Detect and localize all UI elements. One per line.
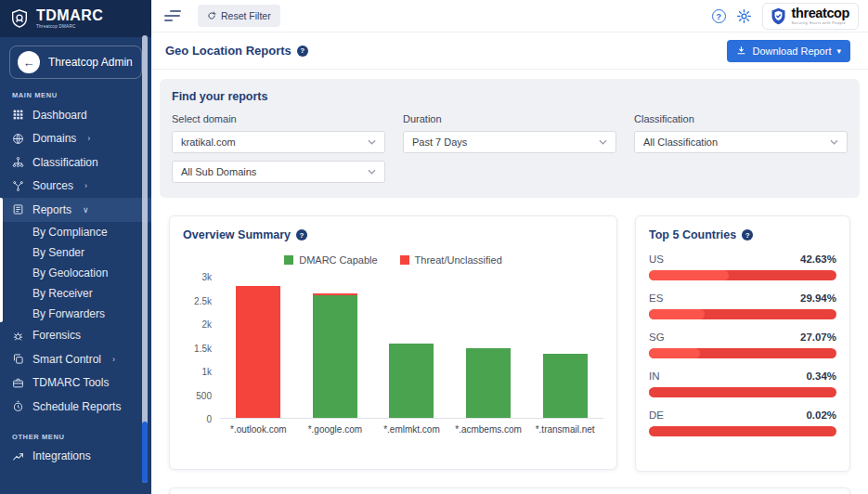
back-arrow-icon[interactable]: ← (18, 51, 40, 73)
country-row-in: IN0.34% (649, 370, 836, 397)
user-name: Threatcop Admin (48, 56, 133, 69)
top5-countries-title-text: Top 5 Countries (649, 228, 736, 241)
x-tick-label: *.transmail.net (526, 424, 603, 435)
chevron-down-icon (599, 139, 607, 145)
sidebar-subitem-by-compliance[interactable]: By Compliance (0, 222, 151, 242)
country-code: US (649, 254, 664, 265)
sidebar-item-label: Sources (32, 179, 73, 192)
country-list: US42.63%ES29.94%SG27.07%IN0.34%DE0.02% (649, 254, 836, 436)
x-tick-label: *.acmbems.com (450, 424, 527, 435)
bar--outlook-com (236, 286, 280, 418)
classification-label: Classification (634, 113, 848, 124)
country-row-sg: SG27.07% (649, 332, 836, 358)
sidebar-item-dashboard[interactable]: Dashboard (0, 103, 151, 127)
sidebar-item-classification[interactable]: Classification (0, 150, 151, 175)
country-row-de: DE0.02% (649, 410, 836, 436)
y-tick-label: 2.5k (194, 295, 212, 306)
sidebar-item-smart-control[interactable]: Smart Control› (0, 347, 151, 371)
x-tick-label: *.outlook.com (220, 424, 297, 435)
legend-swatch (284, 255, 293, 265)
legend-swatch (400, 255, 409, 265)
sidebar-subitem-by-receiver[interactable]: By Receiver (0, 283, 151, 304)
sidebar-other-menu: Integrations (0, 445, 151, 469)
sidebar-item-schedule-reports[interactable]: Schedule Reports (0, 395, 151, 419)
classification-select[interactable]: All Classification (634, 131, 848, 153)
country-percentage: 42.63% (800, 254, 836, 265)
main-menu-label: MAIN MENU (12, 91, 151, 99)
subdomain-select[interactable]: All Sub Domains (172, 161, 385, 183)
country-bar-fill (649, 387, 650, 397)
x-tick-label: *.google.com (297, 424, 374, 435)
country-percentage: 29.94% (800, 292, 836, 304)
sidebar-subitem-by-geolocation[interactable]: By Geolocation (0, 263, 151, 283)
menu-group-dashboard: Dashboard (0, 103, 151, 127)
country-bar-fill (649, 348, 700, 358)
y-tick-label: 0 (206, 414, 212, 424)
y-tick-label: 3k (201, 272, 212, 282)
help-icon[interactable]: ? (712, 9, 726, 23)
copy-icon (12, 353, 24, 365)
sidebar-item-label: Classification (32, 156, 98, 169)
other-menu-label: OTHER MENU (12, 433, 151, 441)
country-row-es: ES29.94% (649, 292, 836, 319)
page-help-icon[interactable]: ? (297, 46, 308, 57)
country-bar-track (649, 426, 836, 436)
country-percentage: 0.02% (806, 410, 836, 421)
sidebar-item-label: Smart Control (32, 353, 101, 366)
sidebar-item-label: Forensics (32, 329, 81, 342)
sidebar-item-tdmarc-tools[interactable]: TDMARC Tools (0, 371, 151, 396)
bug-icon (12, 330, 24, 342)
sidebar-item-integrations[interactable]: Integrations (0, 445, 151, 469)
top5-countries-title: Top 5 Countries ? (649, 228, 836, 241)
country-bar-fill (649, 270, 729, 280)
overview-help-icon[interactable]: ? (296, 229, 307, 240)
sidebar-subitem-by-sender[interactable]: By Sender (0, 242, 151, 263)
sidebar-item-domains[interactable]: Domains› (0, 127, 151, 151)
page-title: Geo Location Reports ? (165, 44, 308, 58)
caret-down-icon: ▾ (836, 46, 841, 56)
gear-icon[interactable] (736, 8, 752, 24)
app-logo: TDMARC Threatcop DMARC (0, 0, 151, 37)
top5-countries-card: Top 5 Countries ? US42.63%ES29.94%SG27.0… (635, 215, 850, 472)
chart-x-axis: *.outlook.com*.google.com*.emlmkt.com*.a… (220, 424, 603, 435)
brand-tagline: Security Starts with People (792, 21, 849, 25)
country-bar-track (649, 387, 836, 397)
y-tick-label: 500 (196, 390, 212, 400)
sidebar-subitem-by-forwarders[interactable]: By Forwarders (0, 304, 151, 324)
sitemap-icon (12, 156, 24, 168)
domain-select[interactable]: kratikal.com (172, 131, 385, 153)
download-report-button[interactable]: Download Report ▾ (727, 40, 850, 62)
filter-heading: Find your reports (172, 90, 848, 103)
sidebar-item-reports[interactable]: Reports∨ (0, 198, 151, 222)
download-icon (736, 46, 746, 56)
threatcop-brand-logo: threatcop Security Starts with People (762, 3, 859, 30)
reset-filter-button[interactable]: Reset Filter (198, 5, 280, 27)
country-bar-track (649, 270, 836, 280)
legend-item-dmarc-capable[interactable]: DMARC Capable (284, 254, 377, 266)
domain-label: Select domain (172, 113, 385, 124)
top5-help-icon[interactable]: ? (742, 229, 753, 240)
chevron-right-icon: › (84, 181, 87, 190)
sidebar-item-label: Domains (32, 132, 76, 145)
country-code: IN (649, 370, 660, 382)
legend-item-threat-unclassified[interactable]: Threat/Unclassified (400, 254, 502, 266)
sidebar-item-label: TDMARC Tools (32, 376, 109, 389)
country-percentage: 0.34% (806, 370, 836, 382)
sidebar-item-forensics[interactable]: Forensics (0, 324, 151, 348)
legend-label: Threat/Unclassified (415, 254, 502, 266)
sidebar-item-label: Schedule Reports (32, 400, 121, 413)
sidebar-scrollbar-track[interactable] (142, 35, 148, 483)
sidebar-scrollbar-thumb[interactable] (142, 422, 148, 483)
overview-summary-title-text: Overview Summary (183, 228, 291, 241)
globe-icon (12, 133, 24, 145)
page-header: Geo Location Reports ? Download Report ▾ (151, 32, 868, 70)
user-chip[interactable]: ← Threatcop Admin (9, 46, 142, 79)
duration-select[interactable]: Past 7 Days (403, 131, 616, 153)
chart-y-axis: 05001k1.5k2k2.5k3k (183, 277, 220, 419)
classification-select-value: All Classification (643, 136, 718, 148)
hamburger-menu-icon[interactable] (164, 10, 181, 21)
page-title-text: Geo Location Reports (165, 44, 291, 58)
sidebar-item-sources[interactable]: Sources› (0, 175, 151, 199)
duration-select-value: Past 7 Days (412, 136, 467, 148)
domain-select-value: kratikal.com (181, 136, 236, 148)
